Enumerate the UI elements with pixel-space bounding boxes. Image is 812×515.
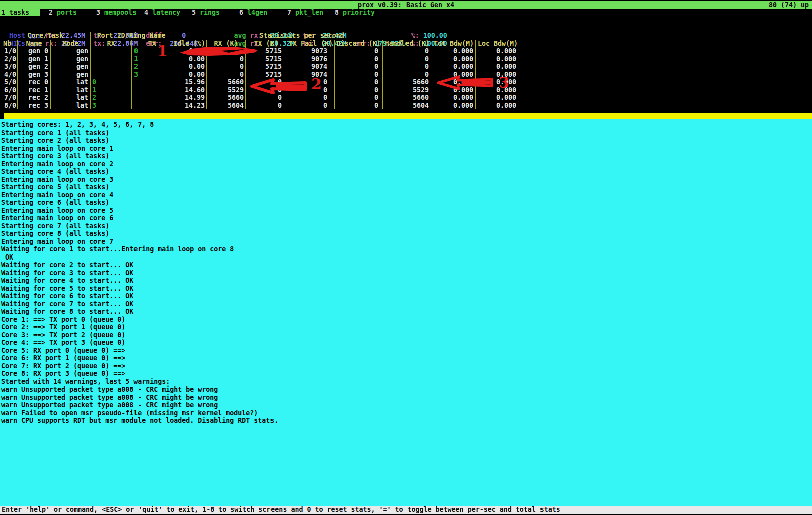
table-cell: 5604 [383, 102, 432, 110]
table-cell: 9073 [287, 47, 335, 55]
group-header-cell [432, 32, 520, 40]
table-cell: 4/0 [0, 71, 18, 79]
uptime-counter: 80 (74) up [769, 1, 809, 9]
log-line: Core 8: RX port 3 (queue 0) ==> [1, 370, 812, 378]
table-cell: 0 [335, 55, 383, 63]
screen-tab[interactable]: 8 priority [334, 9, 381, 16]
red-scribble-annotation-1 [179, 46, 259, 57]
table-cell: lat [51, 94, 91, 102]
table-cell: 0.000 [476, 102, 520, 110]
table-cell: rec 3 [18, 102, 51, 110]
host-pps-line: Host pps rx: 22.45M tx: 22.86M diff: 0 a… [0, 16, 812, 24]
column-header-cell: Mode [51, 40, 91, 48]
tab-number: 6 [239, 9, 243, 16]
table-cell: 0 [287, 102, 335, 110]
table-cell: lat [51, 86, 91, 94]
tab-number: 8 [335, 9, 339, 16]
log-line: Starting cores: 1, 2, 3, 4, 5, 6, 7, 8 [1, 121, 812, 129]
tab-label: rings [196, 9, 220, 16]
table-cell: 15.96 [172, 78, 207, 86]
tab-number: 5 [192, 9, 196, 16]
table-cell: 0 [207, 71, 246, 79]
screen-tab[interactable]: 6 l4gen [238, 9, 286, 16]
table-cell: 7/0 [0, 94, 18, 102]
table-cell: gen [51, 63, 91, 71]
log-line: Starting core 3 (all tasks) [1, 152, 812, 160]
table-cell: 9074 [287, 63, 335, 71]
screen-tab[interactable]: 4 latency [143, 9, 191, 16]
log-line: Entering main loop on core 7 [1, 238, 812, 246]
table-cell: 5529 [207, 86, 246, 94]
table-cell: 0.000 [476, 63, 520, 71]
log-line: Waiting for core 7 to start... OK [1, 300, 812, 308]
tab-number: 3 [96, 9, 100, 16]
table-cell: 0 [335, 71, 383, 79]
tab-label: tasks [5, 9, 29, 16]
tab-bar: 1 tasks 2 ports 3 mempools 4 latency 5 r… [0, 9, 812, 16]
table-cell: 2 [91, 94, 132, 102]
table-cell: 3/0 [0, 63, 18, 71]
table-cell: rec 2 [18, 94, 51, 102]
table-cell: 0.000 [476, 55, 520, 63]
table-cell: 1/0 [0, 47, 18, 55]
tab-number: 4 [144, 9, 148, 16]
log-line: Entering main loop on core 2 [1, 160, 812, 168]
screen-tab[interactable]: 2 ports [48, 9, 95, 16]
screen-tab[interactable]: 7 pkt_len [286, 9, 334, 16]
tab-label: priority [339, 9, 375, 16]
table-cell: 8/0 [0, 102, 18, 110]
log-output: Starting cores: 1, 2, 3, 4, 5, 6, 7, 8St… [0, 119, 812, 506]
prox-terminal-screen[interactable]: prox v0.39: Basic Gen x4 80 (74) up 1 ta… [0, 0, 812, 515]
log-line: Core 7: RX port 2 (queue 0) ==> [1, 362, 812, 370]
screen-tab[interactable]: 1 tasks [0, 9, 40, 16]
table-cell [132, 94, 172, 102]
table-cell: 0 [335, 102, 383, 110]
annotation-number-1: 1 [157, 44, 168, 58]
column-header-cell: Tot Bdw(M) [432, 40, 476, 48]
table-cell: 3 [132, 71, 172, 79]
table-cell: gen [51, 47, 91, 55]
table-row-core-7: 7/0rec 2lat214.99566000056600.0000.000 [0, 94, 812, 102]
log-line: warn Unsupported packet type a008 - CRC … [1, 401, 812, 409]
red-arrow-annotation-3 [435, 75, 496, 90]
table-row-core-6: 6/0rec 1lat114.60552900055290.0000.000 [0, 86, 812, 94]
table-cell: 0.000 [476, 94, 520, 102]
table-cell: 1 [91, 86, 132, 94]
table-cell: 5660 [207, 94, 246, 102]
log-line: Entering main loop on core 6 [1, 214, 812, 222]
table-cell: 0 [335, 86, 383, 94]
table-cell: gen 2 [18, 63, 51, 71]
table-cell: gen [51, 55, 91, 63]
table-cell [132, 78, 172, 86]
table-column-headers: NbNameModeRXTXIdle (%)RX (K)TX (K)TX Fai… [0, 40, 812, 48]
group-header-cell: Core/Task [0, 32, 91, 40]
table-row-core-3: 3/0gen 2gen20.00057159074000.0000.000 [0, 63, 812, 71]
table-cell: 0 [383, 71, 432, 79]
table-log-gap [0, 109, 812, 113]
tab-number: 2 [49, 9, 53, 16]
table-row-core-2: 2/0gen 1gen10.00057159076000.0000.000 [0, 55, 812, 63]
log-line: Waiting for core 6 to start... OK [1, 292, 812, 300]
status-bar: Enter 'help' or command, <ESC> or 'quit'… [0, 506, 812, 514]
table-cell: 14.23 [172, 102, 207, 110]
table-cell: 0 [246, 102, 287, 110]
table-cell: rec 0 [18, 78, 51, 86]
table-cell: 0 [287, 94, 335, 102]
log-line: Entering main loop on core 4 [1, 191, 812, 199]
screen-tab[interactable]: 5 rings [191, 9, 238, 16]
nics-pps-line: NICs pps rx: 22.72M tx: 22.86M err: 266.… [0, 24, 812, 32]
log-line: OK [1, 253, 812, 262]
title-bar: prox v0.39: Basic Gen x4 80 (74) up [0, 1, 812, 9]
log-line: Core 4: ==> TX port 3 (queue 0) [1, 339, 812, 347]
column-header-cell: Name [18, 40, 51, 48]
log-line: Core 6: RX port 1 (queue 0) ==> [1, 354, 812, 362]
table-cell: 0 [383, 63, 432, 71]
table-cell: gen 1 [18, 55, 51, 63]
table-cell [91, 71, 132, 79]
log-line: Waiting for core 4 to start... OK [1, 277, 812, 285]
table-cell: 5715 [246, 63, 287, 71]
screen-tab[interactable]: 3 mempools [95, 9, 143, 16]
table-cell: 14.99 [172, 94, 207, 102]
log-line: Starting core 1 (all tasks) [1, 129, 812, 137]
table-cell: 0 [335, 94, 383, 102]
